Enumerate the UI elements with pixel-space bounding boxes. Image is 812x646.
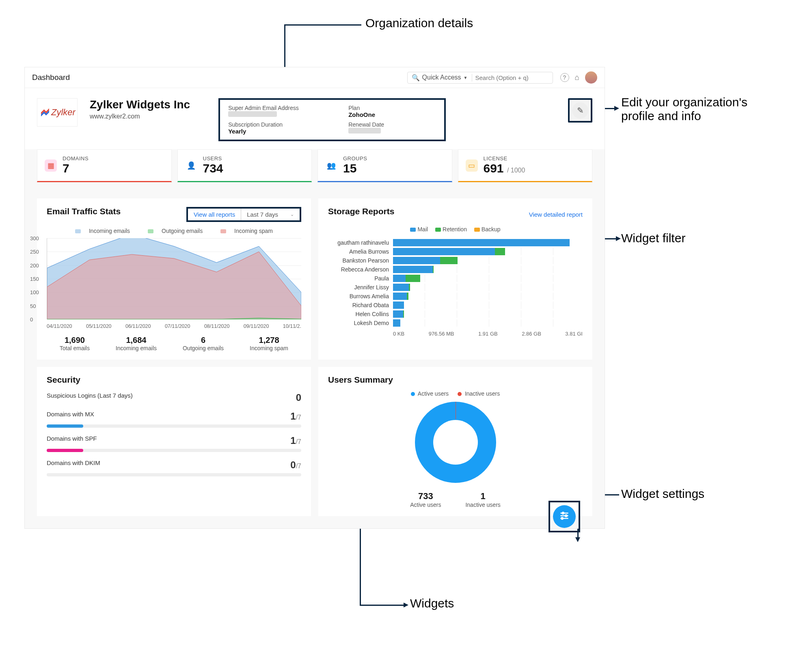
- date-range-select[interactable]: Last 7 days ⌄: [241, 209, 300, 220]
- storage-x-axis: 0 KB976.56 MB1.91 GB2.86 GB3.81 GI: [393, 331, 583, 337]
- org-logo: Zylker: [37, 98, 78, 127]
- storage-row: Jennifer Lissy: [328, 284, 583, 291]
- chevron-down-icon: ⌄: [290, 212, 294, 217]
- annotation-edit-profile: Edit your organization's profile and inf…: [621, 95, 747, 123]
- email-traffic-legend: Incoming emails Outgoing emails Incoming…: [47, 228, 301, 234]
- quick-access-search[interactable]: 🔍 Quick Access ▼: [407, 72, 553, 84]
- storage-row: gautham rathinavelu: [328, 239, 583, 246]
- org-name: Zylker Widgets Inc: [90, 98, 190, 111]
- stat-card-groups[interactable]: 👥 GROUPS15: [317, 149, 452, 182]
- stat-card-domains[interactable]: ▦ DOMAINS7: [37, 149, 172, 182]
- domains-icon: ▦: [45, 159, 57, 172]
- annotation-widget-filter: Widget filter: [621, 231, 685, 245]
- storage-row: Bankston Pearson: [328, 257, 583, 264]
- email-traffic-totals: 1,690Total emails1,684Incoming emails6Ou…: [47, 336, 301, 351]
- license-icon: ▭: [466, 159, 478, 172]
- widget-storage-reports: Storage Reports View detailed report Mai…: [318, 198, 592, 360]
- storage-row: Helen Collins: [328, 310, 583, 318]
- help-icon[interactable]: ?: [560, 73, 569, 82]
- topbar: Dashboard 🔍 Quick Access ▼ ? ⌂: [25, 67, 605, 88]
- storage-row: Lokesh Demo: [328, 319, 583, 327]
- widgets-grid: Email Traffic Stats View all reports Las…: [25, 190, 605, 528]
- users-summary-legend: Active users Inactive users: [328, 390, 583, 397]
- security-row: Domains with SPF1/7: [47, 435, 301, 452]
- storage-row: Burrows Amelia: [328, 293, 583, 300]
- view-detailed-report-link[interactable]: View detailed report: [529, 211, 583, 218]
- widget-settings-button[interactable]: [549, 501, 580, 532]
- users-donut-chart: [415, 402, 496, 483]
- stat-card-users[interactable]: 👤 USERS734: [177, 149, 312, 182]
- storage-row: Rebecca Anderson: [328, 266, 583, 273]
- email-traffic-chart: 050100150200250300: [47, 238, 301, 319]
- admin-dashboard-app: Dashboard 🔍 Quick Access ▼ ? ⌂ Zylker Zy…: [24, 67, 605, 529]
- search-icon: 🔍: [412, 74, 420, 82]
- security-row: Suspicious Logins (Last 7 days)0: [47, 392, 301, 403]
- storage-row: Amelia Burrows: [328, 248, 583, 255]
- storage-bar-chart: gautham rathinaveluAmelia BurrowsBanksto…: [328, 239, 583, 327]
- stat-cards-row: ▦ DOMAINS7 👤 USERS734 👥 GROUPS15 ▭ LICEN…: [25, 149, 605, 190]
- home-icon[interactable]: ⌂: [575, 73, 579, 82]
- annotation-widgets: Widgets: [410, 596, 454, 610]
- svg-point-5: [561, 517, 563, 519]
- storage-row: Paula: [328, 275, 583, 282]
- super-admin-email-redacted: [228, 111, 277, 117]
- view-all-reports-link[interactable]: View all reports: [188, 209, 241, 220]
- storage-legend: Mail Retention Backup: [328, 226, 583, 233]
- email-traffic-x-axis: 04/11/202005/11/202006/11/202007/11/2020…: [47, 323, 301, 329]
- edit-organization-button[interactable]: ✎: [568, 98, 592, 123]
- search-input[interactable]: [475, 74, 549, 81]
- page-title: Dashboard: [32, 73, 70, 82]
- avatar[interactable]: [585, 71, 597, 84]
- svg-point-1: [562, 512, 564, 514]
- users-icon: 👤: [185, 159, 197, 172]
- stat-card-license[interactable]: ▭ LICENSE691 / 1000: [458, 149, 593, 182]
- security-row: Domains with MX1/7: [47, 411, 301, 428]
- pencil-icon: ✎: [577, 106, 584, 115]
- renewal-date-redacted: [348, 128, 381, 134]
- widget-users-summary: Users Summary Active users Inactive user…: [318, 367, 592, 516]
- widget-security: Security Suspicious Logins (Last 7 days)…: [37, 367, 311, 516]
- chevron-down-icon: ▼: [464, 75, 468, 80]
- storage-row: Richard Obata: [328, 301, 583, 309]
- org-website: www.zylker2.com: [90, 113, 190, 120]
- organization-header: Zylker Zylker Widgets Inc www.zylker2.co…: [25, 88, 605, 149]
- groups-icon: 👥: [325, 159, 337, 172]
- organization-details-box: Super Admin Email Address Plan ZohoOne S…: [218, 98, 446, 141]
- annotation-widget-settings: Widget settings: [621, 487, 704, 501]
- svg-point-3: [565, 515, 567, 517]
- sliders-icon: [559, 510, 570, 523]
- email-traffic-filter: View all reports Last 7 days ⌄: [186, 207, 301, 222]
- widget-email-traffic: Email Traffic Stats View all reports Las…: [37, 198, 311, 360]
- security-row: Domains with DKIM0/7: [47, 459, 301, 476]
- annotation-org-details: Organization details: [365, 16, 473, 30]
